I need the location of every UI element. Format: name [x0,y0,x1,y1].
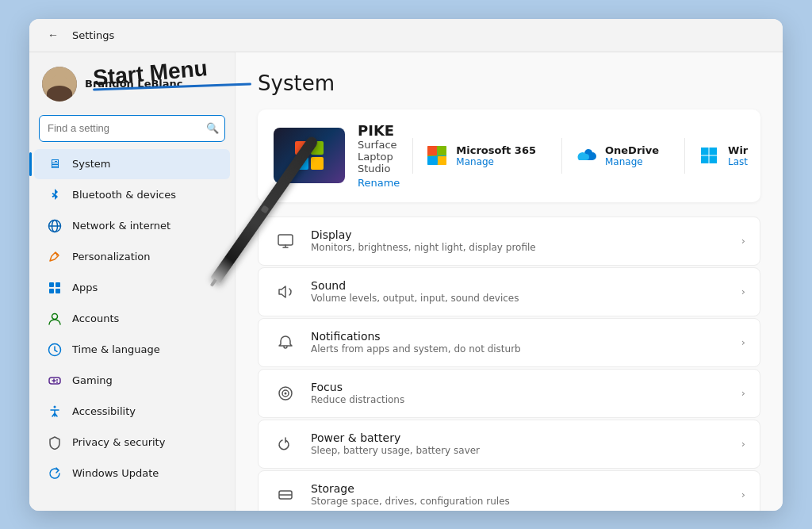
setting-display[interactable]: Display Monitors, brightness, night ligh… [258,217,760,266]
sidebar-item-label-bluetooth: Bluetooth & devices [72,189,176,201]
setting-text-sound: Sound Volume levels, output, input, soun… [311,279,729,304]
device-image [274,128,345,183]
svg-rect-18 [278,235,293,245]
search-input[interactable] [39,115,225,142]
svg-point-3 [56,253,59,255]
sidebar-item-label-personalization: Personalization [72,251,151,263]
setting-storage[interactable]: Storage Storage space, drives, configura… [258,470,760,511]
system-icon: 🖥 [47,156,63,172]
win-logo-q3 [295,157,308,171]
setting-desc-notifications: Alerts from apps and system, do not dist… [311,343,729,355]
setting-name-display: Display [311,228,729,241]
apps-icon [47,280,63,296]
sidebar-item-label-network: Network & internet [72,220,170,232]
sidebar-item-label-apps: Apps [72,282,98,293]
privacy-icon [47,435,63,450]
svg-rect-4 [49,282,54,287]
chevron-icon: › [741,235,745,247]
setting-sound[interactable]: Sound Volume levels, output, input, soun… [258,267,760,316]
svg-point-8 [52,313,58,319]
titlebar-title: Settings [72,29,114,41]
setting-name-sound: Sound [311,279,729,292]
sidebar-item-label-accessibility: Accessibility [72,405,136,417]
sidebar-item-label-time: Time & language [72,343,160,355]
sidebar-item-label-accounts: Accounts [72,312,119,324]
service-name-onedrive: OneDrive [605,144,659,156]
chevron-icon-sound: › [741,286,745,297]
sidebar-item-label-update: Windows Update [72,467,159,479]
setting-focus[interactable]: Focus Reduce distractions › [258,369,760,418]
setting-notifications[interactable]: Notifications Alerts from apps and syste… [258,318,760,367]
sidebar-item-time[interactable]: Time & language [34,335,230,365]
network-icon [47,218,63,234]
setting-name-focus: Focus [311,381,729,393]
notifications-icon [273,330,298,355]
sidebar-item-apps[interactable]: Apps [34,273,230,303]
device-banner: PIKE Surface Laptop Studio Rename [258,109,760,202]
sound-icon [273,279,298,305]
back-button[interactable]: ← [42,24,64,46]
svg-rect-6 [49,289,54,293]
svg-point-11 [56,379,58,381]
chevron-icon-focus: › [741,387,745,399]
titlebar: ← Settings [29,19,783,52]
chevron-icon-power: › [741,438,745,450]
sidebar-item-privacy[interactable]: Privacy & security [34,427,230,458]
accounts-icon [47,311,63,327]
service-windows: Wir Last [684,138,760,174]
bluetooth-icon [47,187,63,203]
service-m365: Microsoft 365 Manage [412,138,549,174]
device-model: Surface Laptop Studio [358,139,400,174]
setting-power[interactable]: Power & battery Sleep, battery usage, ba… [258,420,760,469]
sidebar-item-accounts[interactable]: Accounts [34,304,230,334]
windows-service-icon [698,144,720,167]
win-logo-q4 [311,157,324,171]
svg-rect-14 [701,148,709,155]
service-text-onedrive: OneDrive Manage [605,144,659,167]
svg-rect-17 [710,156,718,164]
gaming-icon [47,373,63,389]
settings-window: ← Settings Brandon LeBlanc 🔍 Start Menu [29,19,783,511]
setting-desc-sound: Volume levels, output, input, sound devi… [311,293,729,304]
win-logo-q2 [311,141,324,155]
sidebar-item-system[interactable]: 🖥 System [34,149,230,179]
svg-rect-15 [710,148,718,155]
svg-point-21 [285,392,287,394]
setting-text-focus: Focus Reduce distractions [311,381,729,405]
personalization-icon [47,249,63,265]
onedrive-logo-icon [575,144,597,167]
sidebar-item-update[interactable]: Windows Update [34,458,230,489]
service-action-windows[interactable]: Last [728,156,748,167]
sidebar-item-accessibility[interactable]: Accessibility [34,397,230,427]
service-action-m365[interactable]: Manage [456,156,536,167]
sidebar-item-label-privacy: Privacy & security [72,436,165,448]
service-action-onedrive[interactable]: Manage [605,156,659,167]
setting-text-display: Display Monitors, brightness, night ligh… [311,228,729,253]
setting-desc-display: Monitors, brightness, night light, displ… [311,242,729,253]
device-info: PIKE Surface Laptop Studio Rename [358,122,400,190]
sidebar-item-network[interactable]: Network & internet [34,211,230,241]
accessibility-icon [47,404,63,420]
time-icon [47,342,63,358]
search-icon[interactable]: 🔍 [206,122,219,134]
svg-rect-5 [56,282,60,287]
page-title: System [258,71,760,95]
content-area: Brandon LeBlanc 🔍 Start Menu 🖥 System [29,52,783,511]
service-onedrive: OneDrive Manage [561,138,672,174]
setting-text-power: Power & battery Sleep, battery usage, ba… [311,431,729,456]
chevron-icon-notifications: › [741,336,745,348]
sidebar-item-personalization[interactable]: Personalization [34,242,230,272]
device-rename-link[interactable]: Rename [358,177,400,189]
display-icon [273,228,298,254]
sidebar-item-gaming[interactable]: Gaming [34,366,230,396]
sidebar-item-bluetooth[interactable]: Bluetooth & devices [34,180,230,210]
win-logo-q1 [295,141,308,155]
svg-point-12 [56,381,58,383]
setting-desc-storage: Storage space, drives, configuration rul… [311,496,729,507]
avatar [42,67,77,102]
settings-list: Display Monitors, brightness, night ligh… [258,217,760,511]
service-name-windows: Wir [728,144,748,156]
setting-text-notifications: Notifications Alerts from apps and syste… [311,330,729,355]
setting-name-notifications: Notifications [311,330,729,343]
svg-rect-16 [701,156,709,164]
